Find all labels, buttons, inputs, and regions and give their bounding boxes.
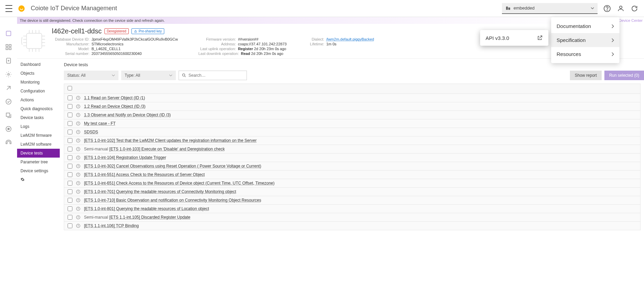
test-link[interactable]: [ETS 1.0-int-103] Execute on 'Disable' a…: [109, 147, 225, 151]
test-link[interactable]: [ETS 1.0-int-302] Cancel Observations us…: [84, 164, 261, 169]
info-icon[interactable]: [76, 223, 81, 228]
test-checkbox[interactable]: [68, 155, 72, 160]
test-link[interactable]: 1.1 Read on Server Object (ID /1): [84, 96, 145, 100]
info-icon[interactable]: [76, 215, 81, 220]
test-checkbox[interactable]: [68, 113, 72, 117]
last-up-time[interactable]: 2d 20h 23m 0s ago: [254, 47, 286, 51]
info-icon[interactable]: [76, 113, 81, 117]
dialect-value[interactable]: /lwm2m.default.piggyBacked: [326, 37, 374, 41]
serial-label: Serial number:: [52, 52, 89, 56]
lifetime-label: Lifetime:: [307, 42, 324, 46]
test-row: 1.2 Read on Device Object (ID /3): [64, 102, 641, 111]
sidenav-item-parameter-tree[interactable]: Parameter tree: [17, 158, 60, 166]
test-checkbox[interactable]: [68, 198, 72, 203]
svg-point-41: [78, 105, 79, 106]
test-checkbox[interactable]: [68, 181, 72, 186]
test-link[interactable]: [ETS 1.0-int-102] Test that the LwM2M Cl…: [84, 138, 256, 143]
rail-icon-6[interactable]: [5, 98, 12, 105]
domain-select[interactable]: embedded: [502, 3, 598, 14]
test-checkbox[interactable]: [68, 104, 72, 109]
info-icon[interactable]: [76, 121, 81, 126]
rail-icon-7[interactable]: [5, 112, 12, 119]
rail-icon-9[interactable]: [5, 139, 12, 146]
fw-value: ##version##: [238, 37, 258, 41]
rail-icon-8[interactable]: [5, 126, 12, 132]
test-checkbox[interactable]: [68, 96, 72, 100]
test-link[interactable]: [ETS 1.0-int-104] Registration Update Tr…: [84, 155, 166, 160]
show-report-button[interactable]: Show report: [570, 71, 602, 80]
sidenav-item-logs[interactable]: Logs: [17, 122, 60, 131]
serial-value: 203734555650501600230040: [92, 52, 142, 56]
status-filter[interactable]: Status: All: [64, 71, 118, 80]
test-checkbox[interactable]: [68, 223, 72, 228]
test-checkbox[interactable]: [68, 206, 72, 211]
select-all-checkbox[interactable]: [68, 86, 72, 90]
sidenav-item-objects[interactable]: Objects: [17, 69, 60, 78]
info-icon[interactable]: [76, 96, 81, 100]
test-link[interactable]: [ETS 1.1-int.106] TCP Binding: [84, 223, 139, 228]
test-checkbox[interactable]: [68, 189, 72, 194]
test-link[interactable]: [ETS 1.1-int.105] Discarded Register Upd…: [109, 215, 190, 220]
test-checkbox[interactable]: [68, 164, 72, 169]
test-link[interactable]: My test case - FT: [84, 121, 116, 126]
info-icon[interactable]: [76, 181, 81, 186]
rail-icon-3[interactable]: [5, 57, 12, 64]
sidenav-item-monitoring[interactable]: Monitoring: [17, 78, 60, 87]
test-link[interactable]: [ETS 1.0-int-701] Querying the readable …: [84, 189, 236, 194]
test-checkbox[interactable]: [68, 172, 72, 177]
test-checkbox[interactable]: [68, 215, 72, 220]
last-dn-time[interactable]: 2d 20h 23m 0s ago: [251, 52, 283, 56]
test-row: 1.3 Observe and Notify on Device Object …: [64, 111, 641, 119]
run-selected-button[interactable]: Run selected (0): [604, 71, 644, 80]
help-menu-documentation[interactable]: Documentation: [551, 19, 619, 33]
info-icon[interactable]: [76, 198, 81, 203]
sidenav-item-quick-diagnostics[interactable]: Quick diagnostics: [17, 104, 60, 113]
refresh-icon[interactable]: [630, 4, 639, 13]
test-checkbox[interactable]: [68, 138, 72, 143]
sidenav-item-device-settings[interactable]: Device settings: [17, 166, 60, 175]
rail-icon-2[interactable]: [5, 44, 12, 50]
test-row: Semi-manual [ETS 1.0-int-103] Execute on…: [64, 145, 641, 153]
sidenav-item-lwm2m-firmware[interactable]: LwM2M firmware: [17, 131, 60, 140]
help-icon[interactable]: [603, 4, 611, 13]
info-icon[interactable]: [76, 130, 81, 134]
rail-icon-5[interactable]: [5, 85, 12, 91]
sidenav-item-lwm2m-software[interactable]: LwM2M software: [17, 140, 60, 149]
test-link[interactable]: [ETS 1.0-int-551] Access Check to the Re…: [84, 172, 205, 177]
sidenav-item-actions[interactable]: Actions: [17, 96, 60, 104]
test-checkbox[interactable]: [68, 130, 72, 134]
info-icon[interactable]: [76, 104, 81, 109]
search-input[interactable]: [188, 73, 244, 78]
test-link[interactable]: 1.2 Read on Device Object (ID /3): [84, 104, 145, 109]
sidenav-item-configuration[interactable]: Configuration: [17, 87, 60, 96]
test-link[interactable]: SDSDS: [84, 130, 98, 134]
api-popup[interactable]: API v3.3.0: [480, 30, 548, 46]
help-menu-specification[interactable]: Specification: [551, 33, 619, 47]
svg-rect-9: [6, 48, 8, 50]
test-link[interactable]: [ETS 1.0-int-710] Basic Observation and …: [84, 198, 261, 203]
sidenav-item-device-tests[interactable]: Device tests: [17, 149, 60, 158]
account-icon[interactable]: [617, 4, 625, 13]
test-checkbox[interactable]: [68, 147, 72, 151]
info-icon[interactable]: [76, 164, 81, 169]
test-checkbox[interactable]: [68, 121, 72, 126]
info-icon[interactable]: [76, 172, 81, 177]
info-icon[interactable]: [76, 189, 81, 194]
sidenav-settings-icon[interactable]: [17, 175, 60, 184]
sidenav-item-dashboard[interactable]: Dashboard: [17, 60, 60, 69]
info-icon[interactable]: [76, 155, 81, 160]
info-icon[interactable]: [76, 138, 81, 143]
sidenav-item-device-tasks[interactable]: Device tasks: [17, 113, 60, 122]
test-row: [ETS 1.0-int-551] Access Check to the Re…: [64, 171, 641, 179]
info-icon[interactable]: [76, 147, 81, 151]
type-filter[interactable]: Type: All: [121, 71, 176, 80]
device-header: l462e-cell1-ddsc Deregistered Pre-shared…: [17, 24, 644, 59]
test-link[interactable]: [ETS 1.0-int-651] Check Access to the Re…: [84, 181, 275, 186]
test-link[interactable]: [ETS 1.0-int-801] Querying the readable …: [84, 206, 209, 211]
menu-icon[interactable]: [5, 5, 12, 12]
help-menu-resources[interactable]: Resources: [551, 47, 619, 61]
rail-icon-4[interactable]: [5, 71, 12, 78]
info-icon[interactable]: [76, 206, 81, 211]
test-link[interactable]: 1.3 Observe and Notify on Device Object …: [84, 113, 171, 117]
rail-icon-1[interactable]: [5, 30, 12, 37]
